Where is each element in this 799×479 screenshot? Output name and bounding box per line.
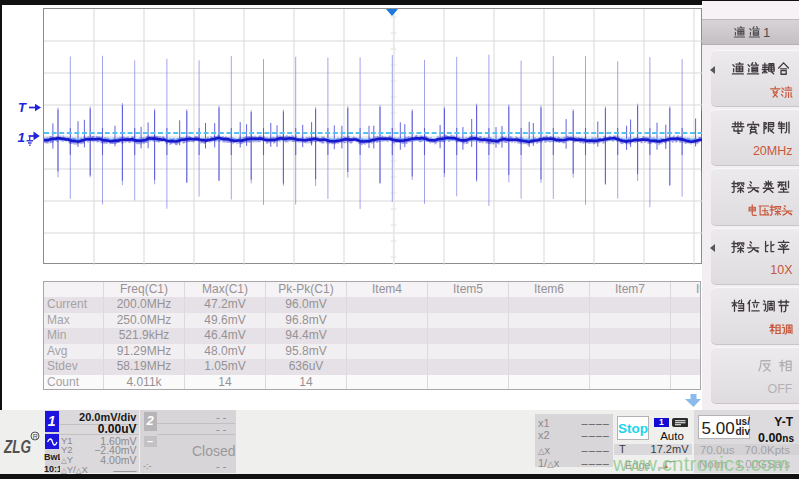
svg-text:ZLG: ZLG: [3, 437, 31, 457]
svg-text:R: R: [33, 433, 38, 440]
